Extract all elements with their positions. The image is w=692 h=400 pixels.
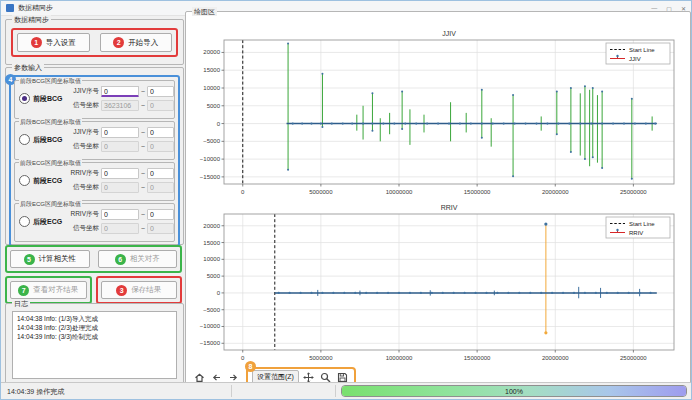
front-ecg-radio-label: 前段ECG (33, 176, 62, 186)
front-bcg-radio-label: 前段BCG (33, 94, 63, 104)
svg-text:JJIV: JJIV (629, 56, 641, 62)
view-align-result-button[interactable]: 7 查看对齐结果 (10, 281, 87, 299)
front-bcg-coord-max-input[interactable] (147, 100, 174, 111)
correlation-align-button[interactable]: 6 相关对齐 (98, 250, 178, 268)
front-ecg-coord-max-input[interactable] (147, 182, 174, 193)
front-ecg-rriv-min-input[interactable] (101, 168, 139, 179)
svg-text:−15000: −15000 (200, 174, 221, 180)
signal-coord-label: 信号坐标 (68, 224, 99, 233)
progress-bar: 100% (341, 385, 687, 397)
step-badge-2: 2 (113, 37, 124, 48)
progress-label: 100% (342, 386, 686, 396)
front-bcg-group: 前段BCG区间坐标取值 前段BCG JJIV序号 ~ (14, 80, 175, 119)
step-badge-1: 1 (31, 37, 42, 48)
svg-text:10000: 10000 (203, 85, 220, 91)
compute-correlation-label: 计算相关性 (39, 254, 77, 264)
svg-text:20000: 20000 (203, 49, 220, 55)
save-result-label: 保存结果 (131, 285, 161, 295)
svg-text:10000000: 10000000 (386, 355, 413, 361)
jjiv-index-label: JJIV序号 (68, 87, 99, 96)
log-output[interactable]: 14:04:38 Info: (1/3)导入完成 14:04:38 Info: … (12, 311, 177, 379)
range-separator: ~ (141, 211, 145, 218)
rear-ecg-radio-label: 后段ECG (33, 217, 62, 227)
front-ecg-radio[interactable]: 前段ECG (19, 175, 66, 186)
log-line: 14:04:38 Info: (2/3)处理完成 (17, 323, 172, 332)
annotation-box-import: 1 导入设置 2 开始导入 (11, 28, 178, 57)
start-import-button[interactable]: 2 开始导入 (100, 33, 173, 52)
front-bcg-jjiv-min-input[interactable] (101, 86, 139, 97)
svg-text:20000000: 20000000 (542, 355, 569, 361)
rriv-chart[interactable]: 0500000010000000150000002000000025000000… (194, 202, 686, 364)
svg-text:10000000: 10000000 (386, 189, 413, 195)
rear-bcg-jjiv-max-input[interactable] (147, 127, 174, 138)
rear-ecg-radio[interactable]: 后段ECG (19, 216, 66, 227)
svg-text:25000000: 25000000 (620, 355, 647, 361)
radio-icon[interactable] (19, 134, 30, 145)
params-group: 参数输入 4 前段BCG区间坐标取值 前段BCG JJIV序号 ~ (5, 67, 184, 245)
radio-icon[interactable] (19, 93, 30, 104)
svg-text:5000000: 5000000 (309, 189, 333, 195)
range-separator: ~ (141, 170, 145, 177)
compute-correlation-button[interactable]: 5 计算相关性 (10, 250, 90, 268)
statusbar-divider (335, 385, 336, 397)
status-message: 14:04:39 操作完成 (7, 387, 64, 397)
svg-text:Start Line: Start Line (629, 47, 655, 53)
svg-text:0: 0 (241, 355, 245, 361)
annotation-box-params: 4 前段BCG区间坐标取值 前段BCG JJIV序号 ~ (9, 75, 180, 247)
rear-ecg-coord-max-input[interactable] (147, 223, 174, 234)
log-line: 14:04:39 Info: (3/3)绘制完成 (17, 332, 172, 341)
statusbar-divider (231, 385, 232, 397)
svg-text:JJIV: JJIV (442, 30, 456, 37)
front-bcg-jjiv-max-input[interactable] (147, 86, 174, 97)
correlation-align-label: 相关对齐 (130, 254, 160, 264)
log-group-title: 日志 (12, 299, 30, 308)
range-separator: ~ (141, 184, 145, 191)
svg-text:20000000: 20000000 (542, 189, 569, 195)
plot-panel: 绘图区 050000001000000015000000200000002500… (185, 11, 691, 386)
front-bcg-group-title: 前段BCG区间坐标取值 (19, 77, 82, 85)
import-group: 数据精同步 1 导入设置 2 开始导入 (5, 19, 184, 65)
range-separator: ~ (141, 88, 145, 95)
radio-icon[interactable] (19, 216, 30, 227)
rear-bcg-coord-min-input[interactable] (101, 141, 139, 152)
front-bcg-coord-min-input[interactable] (101, 100, 139, 111)
range-separator: ~ (141, 129, 145, 136)
save-result-button[interactable]: 3 保存结果 (101, 281, 178, 299)
rear-ecg-rriv-min-input[interactable] (101, 209, 139, 220)
front-bcg-radio[interactable]: 前段BCG (19, 93, 66, 104)
rear-bcg-jjiv-min-input[interactable] (101, 127, 139, 138)
svg-text:25000000: 25000000 (620, 189, 647, 195)
action-buttons-area: 5 计算相关性 6 相关对齐 7 查看对齐结果 3 保存结果 (5, 245, 182, 304)
params-group-title: 参数输入 (12, 63, 44, 72)
svg-text:10000: 10000 (203, 256, 220, 262)
rear-bcg-group: 后段BCG区间坐标取值 后段BCG JJIV序号 ~ (14, 121, 175, 160)
svg-text:15000: 15000 (203, 67, 220, 73)
svg-text:0: 0 (217, 290, 221, 296)
svg-text:15000: 15000 (203, 240, 220, 246)
rear-bcg-coord-max-input[interactable] (147, 141, 174, 152)
svg-text:RRIV: RRIV (629, 230, 643, 236)
rear-bcg-radio[interactable]: 后段BCG (19, 134, 66, 145)
svg-text:−5000: −5000 (203, 138, 221, 144)
front-ecg-rriv-max-input[interactable] (147, 168, 174, 179)
app-icon (6, 4, 14, 12)
front-ecg-coord-min-input[interactable] (101, 182, 139, 193)
jjiv-chart[interactable]: 0500000010000000150000002000000025000000… (194, 28, 686, 198)
import-settings-label: 导入设置 (46, 38, 76, 48)
radio-icon[interactable] (19, 175, 30, 186)
rear-ecg-rriv-max-input[interactable] (147, 209, 174, 220)
import-settings-button[interactable]: 1 导入设置 (17, 33, 90, 52)
svg-text:−10000: −10000 (200, 156, 221, 162)
svg-text:0: 0 (217, 121, 221, 127)
range-separator: ~ (141, 143, 145, 150)
log-group: 日志 14:04:38 Info: (1/3)导入完成 14:04:38 Inf… (5, 303, 184, 385)
rriv-index-label: RRIV序号 (68, 169, 99, 178)
rear-ecg-coord-min-input[interactable] (101, 223, 139, 234)
svg-text:−10000: −10000 (200, 323, 221, 329)
rear-ecg-group: 后段ECG区间坐标取值 后段ECG RRIV序号 ~ (14, 203, 175, 242)
svg-text:RRIV: RRIV (441, 204, 458, 211)
rear-ecg-group-title: 后段ECG区间坐标取值 (19, 200, 82, 208)
svg-text:Start Line: Start Line (629, 221, 655, 227)
jjiv-index-label: JJIV序号 (68, 128, 99, 137)
svg-text:−5000: −5000 (203, 307, 221, 313)
